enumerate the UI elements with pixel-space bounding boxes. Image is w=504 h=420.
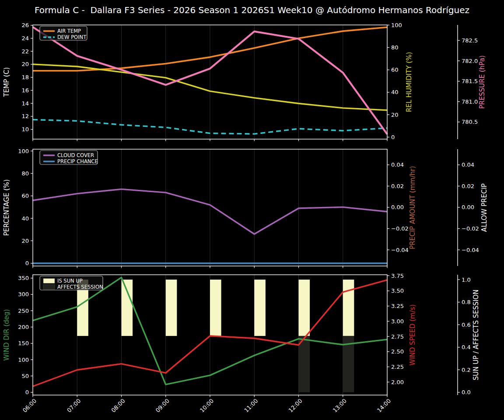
tick-label: 200	[18, 324, 29, 330]
tick-label: 60	[21, 192, 29, 199]
tick-label: 0.00	[462, 204, 474, 210]
x-tick-label: 07:00	[66, 398, 82, 414]
tick-label: 18	[21, 74, 29, 80]
tick-label: 50	[21, 373, 29, 379]
tick-label: 40	[391, 89, 399, 95]
tick-label: 3.50	[391, 287, 404, 294]
tick-label: 40	[21, 215, 29, 222]
is-sun-up-bar	[210, 280, 221, 336]
tick-label: 2.00	[391, 379, 404, 385]
tick-label: 0.00	[391, 204, 404, 210]
affects-session-bar	[299, 336, 310, 392]
tick-label: 350	[18, 275, 29, 281]
tick-label: 3.25	[391, 303, 404, 309]
pressure-hpa-axis-label: PRESSURE (hPa)	[478, 55, 486, 108]
tick-label: 100	[18, 148, 29, 154]
tick-label: 0	[391, 134, 395, 140]
precip-chance-legend-label: PRECIP CHANCE	[57, 158, 98, 164]
tick-label: 80	[391, 44, 399, 51]
tick-label: 80	[21, 170, 29, 177]
x-tick-label: 08:00	[110, 398, 126, 414]
tick-label: 0.04	[391, 161, 404, 168]
x-tick-label: 11:00	[243, 398, 259, 414]
tick-label: 0.02	[462, 183, 474, 189]
tick-label: 14	[21, 100, 29, 107]
x-tick-label: 12:00	[287, 398, 304, 414]
tick-label: 24	[21, 35, 29, 42]
tick-label: 2.25	[391, 364, 404, 370]
tick-label: 3.00	[391, 318, 404, 325]
tick-label: 20	[21, 61, 29, 67]
tick-label: 0.4	[462, 344, 471, 350]
tick-label: −0.04	[391, 247, 409, 253]
tick-label: 300	[18, 291, 29, 298]
wind-speed-m-s-axis-label: WIND SPEED (m/s)	[409, 304, 416, 366]
precip-amount-mm-hr-axis-label: PRECIP AMOUNT (mm/hr)	[409, 166, 416, 249]
tick-label: 250	[18, 308, 29, 314]
tick-label: 0	[25, 260, 29, 266]
x-tick-label: 13:00	[332, 398, 348, 414]
affects-session-legend-swatch	[43, 285, 55, 290]
tick-label: 0.6	[462, 322, 471, 328]
tick-label: 16	[21, 87, 29, 94]
is-sun-up-bar	[254, 280, 266, 336]
x-tick-label: 14:00	[376, 398, 392, 414]
is-sun-up-bar	[122, 280, 133, 336]
cloud-cover-legend-label: CLOUD COVER	[57, 152, 94, 158]
tick-label: −0.02	[391, 225, 409, 232]
temp-c-axis-label: TEMP (C)	[3, 67, 10, 98]
tick-label: 780.5	[462, 119, 478, 125]
dew-point-legend-label: DEW POINT	[57, 34, 87, 40]
tick-label: −0.02	[462, 225, 479, 232]
x-tick-label: 06:00	[21, 398, 38, 414]
is-sun-up-bar	[343, 280, 354, 336]
x-tick-label: 10:00	[199, 398, 215, 414]
air-temp-legend-label: AIR TEMP	[57, 28, 81, 34]
tick-label: 781.0	[462, 98, 478, 105]
tick-label: 0	[25, 389, 29, 396]
affects-session-legend-label: AFFECTS SESSION	[57, 284, 103, 290]
tick-label: 782.0	[462, 58, 478, 64]
allow-precip-axis-label: ALLOW PRECIP	[480, 183, 488, 232]
tick-label: 100	[18, 357, 29, 363]
tick-label: 10	[21, 126, 29, 133]
tick-label: 150	[18, 340, 29, 346]
tick-label: 0.04	[462, 161, 474, 168]
is-sun-up-bar	[299, 280, 310, 336]
is-sun-up-legend-label: IS SUN UP	[57, 278, 83, 284]
tick-label: 0.02	[391, 183, 404, 189]
tick-label: 26	[21, 22, 29, 28]
tick-label: 20	[391, 112, 399, 118]
tick-label: −0.04	[462, 247, 479, 253]
is-sun-up-legend-swatch	[43, 279, 55, 284]
weather-plots-canvas: 101214161820222426020406080100780.5781.0…	[0, 0, 504, 420]
tick-label: 100	[391, 22, 402, 28]
rel-humidity-axis-label: REL HUMIDITY (%)	[405, 52, 413, 112]
tick-label: 2.50	[391, 348, 404, 355]
tick-label: 3.75	[391, 273, 404, 279]
tick-label: 2.75	[391, 333, 404, 340]
tick-label: 20	[21, 238, 29, 244]
tick-label: 1.0	[462, 276, 471, 283]
tick-label: 22	[21, 48, 29, 55]
sun-up-affects-session-axis-label: SUN UP / AFFECTS SESSION	[472, 290, 480, 381]
tick-label: 781.5	[462, 78, 478, 84]
is-sun-up-bar	[166, 280, 177, 336]
x-tick-label: 09:00	[154, 398, 171, 414]
tick-label: 0.8	[462, 299, 471, 305]
tick-label: 0.2	[462, 367, 471, 373]
wind-dir-deg-axis-label: WIND DIR (deg)	[3, 309, 10, 361]
tick-label: 60	[391, 66, 399, 73]
weather-forecast-figure: Formula C - Dallara F3 Series - 2026 Sea…	[0, 0, 504, 420]
percentage-axis-label: PERCENTAGE (%)	[3, 179, 10, 236]
tick-label: 0.0	[462, 389, 471, 396]
tick-label: 12	[21, 113, 29, 119]
tick-label: 782.5	[462, 37, 478, 44]
